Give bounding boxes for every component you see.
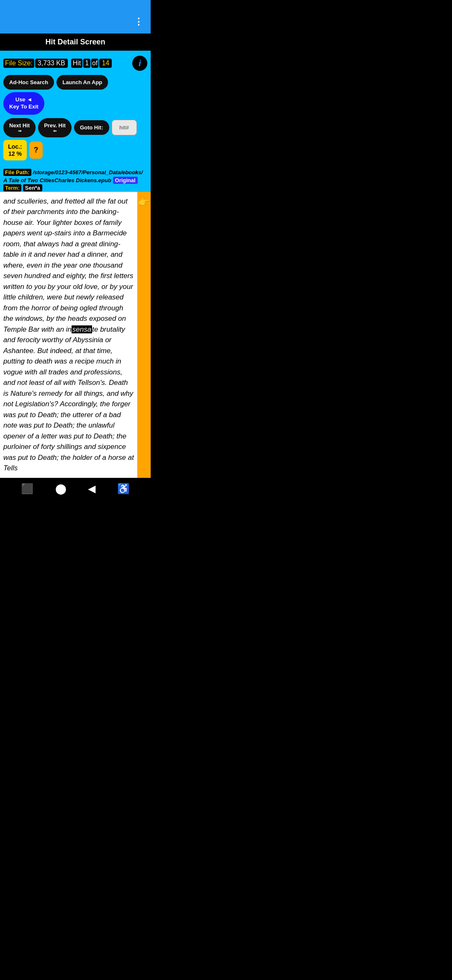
launch-an-app-button[interactable]: Launch An App	[56, 75, 108, 90]
original-badge: Original	[113, 177, 138, 184]
hit-number: 1	[83, 59, 90, 68]
file-path-area: File Path: /storage/0123-4567/Personal_D…	[0, 167, 151, 192]
goto-hit-button[interactable]: Goto Hit:	[74, 120, 109, 135]
next-hit-arrow: ⇒	[9, 129, 30, 133]
use-to-exit-button[interactable]: Use ◄Key To Exit	[3, 92, 44, 115]
hit-number-input[interactable]	[112, 120, 137, 135]
next-hit-label: Next Hit	[9, 122, 30, 129]
screen-title: Hit Detail Screen	[45, 38, 105, 46]
side-scroll-bar[interactable]: 👉	[137, 192, 151, 478]
nav-bar: ⬛ ⬤ ◀ ♿	[0, 478, 151, 500]
highlighted-word: sensa	[72, 325, 92, 333]
main-area: File Size: 3,733 KB Hit 1 of 14 i Ad-Hoc…	[0, 51, 151, 167]
term-label: Term:	[3, 184, 21, 191]
hit-label: Hit	[71, 59, 83, 68]
home-icon[interactable]: ⬤	[55, 483, 67, 495]
term-value: Sen*a	[23, 184, 42, 191]
menu-icon[interactable]: ⋮	[134, 16, 144, 27]
content-area: and sculleries, and fretted all the fat …	[0, 192, 151, 478]
file-size-label: File Size:	[3, 59, 34, 68]
loc-badge: Loc.: 12 %	[3, 140, 27, 161]
hit-total: 14	[99, 59, 112, 68]
loc-value: 12 %	[8, 150, 22, 157]
file-info-text: File Size: 3,733 KB Hit 1 of 14	[3, 59, 112, 68]
prev-hit-button[interactable]: Prev. Hit ⇐	[38, 118, 72, 137]
back-icon[interactable]: ◀	[88, 483, 95, 495]
button-row-2: Next Hit ⇒ Prev. Hit ⇐ Goto Hit: Loc.: 1…	[3, 118, 147, 161]
stop-icon[interactable]: ⬛	[21, 483, 33, 495]
loc-label: Loc.:	[8, 143, 22, 150]
info-icon[interactable]: i	[132, 56, 147, 71]
prev-hit-label: Prev. Hit	[44, 122, 66, 129]
file-info-row: File Size: 3,733 KB Hit 1 of 14 i	[3, 56, 147, 71]
button-row-1: Ad-Hoc Search Launch An App Use ◄Key To …	[3, 75, 147, 115]
help-button[interactable]: ?	[29, 142, 43, 159]
top-bar: ⋮	[0, 10, 151, 34]
content-wrapper: and sculleries, and fretted all the fat …	[0, 192, 151, 478]
accessibility-icon[interactable]: ♿	[117, 483, 130, 495]
content-text-after: te brutality and ferocity worthy of Abys…	[3, 325, 134, 472]
side-arrow-icon: 👉	[138, 196, 150, 208]
title-bar: Hit Detail Screen	[0, 34, 151, 51]
file-path-label: File Path:	[3, 169, 31, 176]
file-size-value: 3,733 KB	[35, 59, 68, 68]
next-hit-button[interactable]: Next Hit ⇒	[3, 118, 36, 137]
content-text-before: and sculleries, and fretted all the fat …	[3, 197, 134, 333]
hit-of: of	[91, 59, 98, 68]
ad-hoc-search-button[interactable]: Ad-Hoc Search	[3, 75, 54, 90]
use-to-exit-label: Use ◄Key To Exit	[9, 96, 39, 110]
prev-hit-arrow: ⇐	[44, 129, 66, 133]
status-bar	[0, 0, 151, 10]
